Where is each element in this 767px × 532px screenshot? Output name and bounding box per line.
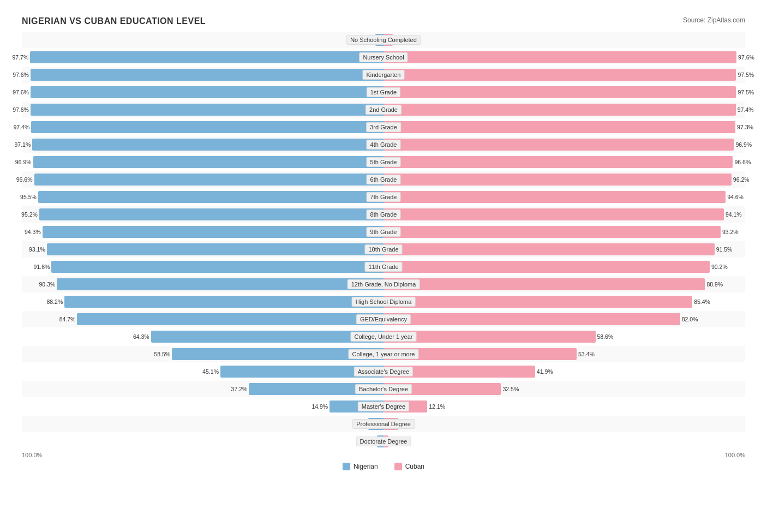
right-section: 53.4% [384, 346, 745, 362]
left-section: 97.6% [22, 67, 384, 82]
bar-row: 96.6%96.2%6th Grade [22, 171, 745, 188]
bar-row: 4.2%4.0%Professional Degree [22, 416, 745, 432]
left-section: 97.7% [22, 50, 384, 65]
left-section: 97.6% [22, 102, 384, 117]
nigerian-value: 96.9% [15, 159, 33, 165]
bar-cuban [384, 313, 680, 325]
right-section: 91.5% [384, 242, 745, 257]
right-section: 97.6% [384, 50, 745, 65]
left-section: 93.1% [22, 242, 384, 257]
bar-row: 97.7%97.6%Nursery School [22, 49, 745, 65]
nigerian-value: 84.7% [59, 316, 77, 322]
bar-cuban [384, 104, 736, 116]
left-section: 96.9% [22, 154, 384, 170]
center-label: 11th Grade [364, 262, 402, 272]
right-section: 88.9% [384, 277, 745, 292]
center-label: 7th Grade [367, 192, 401, 202]
right-section: 2.5% [384, 32, 745, 47]
bar-row: 14.9%12.1%Master's Degree [22, 398, 745, 415]
right-section: 4.0% [384, 416, 745, 432]
right-section: 96.2% [384, 172, 745, 187]
center-label: GED/Equivalency [356, 314, 411, 324]
center-label: Doctorate Degree [356, 437, 411, 446]
bar-cuban [384, 208, 724, 220]
left-section: 2.3% [22, 32, 384, 47]
bar-cuban [384, 243, 715, 255]
nigerian-value: 90.3% [39, 281, 57, 288]
chart-header: NIGERIAN VS CUBAN EDUCATION LEVEL Source… [22, 16, 745, 26]
bar-cuban [384, 156, 733, 168]
cuban-value: 58.6% [596, 333, 614, 340]
nigerian-value: 96.6% [16, 176, 34, 183]
bar-nigerian [39, 208, 384, 220]
cuban-value: 53.4% [577, 351, 595, 357]
right-section: 97.3% [384, 119, 745, 135]
bar-nigerian [77, 313, 384, 325]
axis-labels: 100.0% 100.0% [22, 452, 745, 458]
center-label: College, 1 year or more [349, 349, 419, 359]
bar-nigerian [38, 191, 384, 203]
bar-nigerian [31, 104, 384, 116]
nigerian-value: 97.1% [14, 141, 32, 148]
bar-cuban [384, 174, 732, 186]
right-section: 96.6% [384, 154, 745, 170]
left-section: 97.4% [22, 119, 384, 135]
legend: Nigerian Cuban [22, 463, 745, 470]
cuban-value: 97.5% [736, 71, 754, 78]
bar-row: 1.8%1.4%Doctorate Degree [22, 433, 745, 450]
center-label: 12th Grade, No Diploma [347, 279, 420, 289]
bar-cuban [384, 121, 735, 133]
cuban-value: 41.9% [535, 368, 553, 375]
nigerian-value: 37.2% [231, 386, 249, 392]
right-section: 41.9% [384, 364, 745, 379]
cuban-value: 94.1% [724, 211, 742, 218]
right-section: 85.4% [384, 294, 745, 309]
center-label: Master's Degree [358, 402, 409, 411]
right-section: 12.1% [384, 399, 745, 414]
bar-nigerian [57, 278, 384, 290]
legend-cuban: Cuban [394, 463, 424, 470]
bar-row: 84.7%82.0%GED/Equivalency [22, 311, 745, 327]
cuban-value: 82.0% [680, 316, 698, 322]
right-section: 58.6% [384, 329, 745, 344]
bar-cuban [384, 86, 736, 98]
bar-row: 95.2%94.1%8th Grade [22, 206, 745, 223]
legend-blue-box [343, 463, 350, 470]
right-section: 90.2% [384, 259, 745, 274]
bar-row: 2.3%2.5%No Schooling Completed [22, 32, 745, 48]
bar-nigerian [51, 261, 384, 273]
bar-cuban [384, 278, 705, 290]
center-label: 9th Grade [367, 227, 401, 237]
cuban-value: 85.4% [692, 298, 710, 305]
center-label: 2nd Grade [365, 105, 402, 115]
bar-row: 37.2%32.5%Bachelor's Degree [22, 381, 745, 397]
bar-cuban [384, 261, 710, 273]
cuban-value: 93.2% [721, 229, 739, 235]
bar-row: 97.4%97.3%3rd Grade [22, 119, 745, 135]
nigerian-value: 97.6% [13, 89, 31, 95]
bar-row: 97.6%97.5%Kindergarten [22, 67, 745, 83]
axis-left: 100.0% [22, 452, 42, 458]
bar-nigerian [33, 156, 384, 168]
bar-nigerian [43, 226, 384, 238]
right-section: 93.2% [384, 224, 745, 240]
bar-nigerian [47, 243, 384, 255]
left-section: 94.3% [22, 224, 384, 240]
center-label: Bachelor's Degree [355, 384, 412, 394]
nigerian-value: 93.1% [29, 246, 47, 253]
left-section: 64.3% [22, 329, 384, 344]
nigerian-value: 97.7% [12, 54, 30, 61]
bar-nigerian [30, 51, 384, 63]
cuban-value: 32.5% [501, 386, 519, 392]
bar-row: 97.6%97.5%1st Grade [22, 84, 745, 100]
center-label: Kindergarten [363, 70, 405, 80]
bar-nigerian [31, 86, 384, 98]
bar-nigerian [64, 296, 384, 308]
bar-row: 88.2%85.4%High School Diploma [22, 294, 745, 310]
chart-source: Source: ZipAtlas.com [683, 16, 745, 24]
bar-cuban [384, 139, 734, 151]
cuban-value: 91.5% [715, 246, 733, 253]
bar-nigerian [32, 139, 384, 151]
right-section: 97.5% [384, 85, 745, 100]
chart-area: 2.3%2.5%No Schooling Completed97.7%97.6%… [22, 32, 745, 450]
